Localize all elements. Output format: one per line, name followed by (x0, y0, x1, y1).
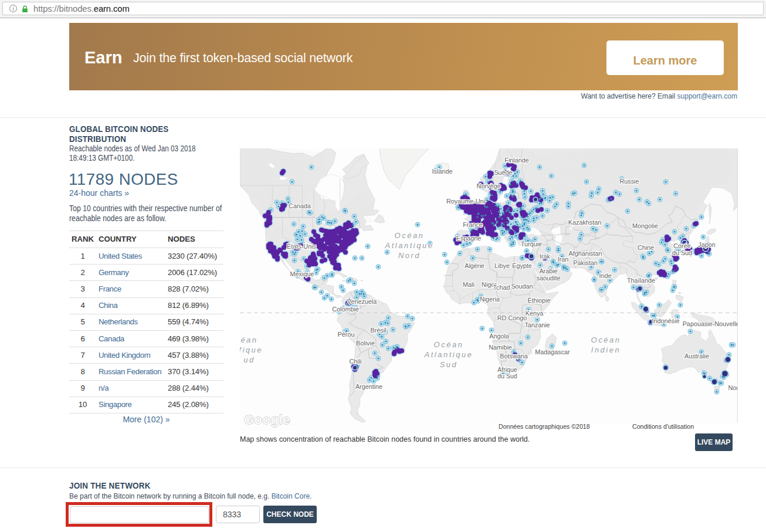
svg-text:Indonésie: Indonésie (652, 317, 680, 324)
svg-text:saoudite: saoudite (537, 275, 561, 282)
svg-text:éan: éan (240, 336, 257, 344)
svg-text:Islande: Islande (432, 168, 453, 175)
svg-text:Océan: Océan (591, 336, 621, 344)
svg-text:Angola: Angola (489, 333, 509, 340)
svg-text:Australie: Australie (684, 353, 709, 360)
svg-text:Japon: Japon (698, 241, 715, 248)
svg-text:Canada: Canada (289, 202, 311, 209)
svg-text:Sud: Sud (440, 360, 458, 369)
svg-text:Conditions d'utilisation: Conditions d'utilisation (632, 423, 694, 430)
svg-text:Océan: Océan (434, 340, 464, 349)
svg-text:Argentine: Argentine (355, 383, 382, 390)
svg-text:Indien: Indien (591, 345, 621, 354)
svg-text:Google: Google (244, 412, 290, 427)
svg-text:Égypte: Égypte (512, 262, 532, 269)
svg-text:Mexique: Mexique (290, 270, 314, 277)
svg-text:Suède: Suède (494, 169, 512, 176)
svg-text:Nigeria: Nigeria (480, 296, 500, 303)
svg-text:Mali: Mali (463, 281, 474, 288)
svg-text:Arabie: Arabie (539, 267, 557, 275)
svg-text:Turquie: Turquie (521, 240, 542, 248)
svg-text:Finlande: Finlande (504, 157, 528, 164)
svg-text:Kenya: Kenya (526, 310, 544, 317)
svg-text:Éthiopie: Éthiopie (527, 297, 550, 304)
svg-text:Mongolie: Mongolie (632, 222, 658, 229)
svg-text:Chine: Chine (638, 244, 654, 251)
svg-text:Océan: Océan (395, 231, 425, 240)
svg-text:Données cartographiques ©2018: Données cartographiques ©2018 (499, 423, 590, 430)
svg-text:Brésil: Brésil (371, 327, 387, 334)
svg-text:États-Unis: États-Unis (287, 243, 316, 250)
svg-text:Norvège: Norvège (477, 182, 501, 189)
svg-text:Irak: Irak (540, 253, 551, 260)
svg-text:Inde: Inde (599, 272, 611, 279)
svg-text:Papouasie-Nouvelle-G: Papouasie-Nouvelle-G (683, 320, 738, 327)
svg-text:Pakistan: Pakistan (573, 259, 597, 266)
svg-text:Tchad: Tchad (493, 284, 510, 291)
svg-text:Iran: Iran (558, 256, 569, 263)
svg-text:Corée: Corée (673, 242, 690, 249)
svg-text:Chili: Chili (350, 358, 362, 365)
svg-text:Libye: Libye (494, 262, 510, 269)
svg-text:RD Congo: RD Congo (497, 314, 527, 321)
svg-text:Bolivie: Bolivie (356, 340, 375, 347)
svg-text:France: France (463, 221, 483, 228)
svg-text:Colombie: Colombie (332, 306, 359, 313)
svg-text:Atlantique: Atlantique (424, 350, 473, 359)
svg-text:Nouv: Nouv (728, 384, 738, 391)
svg-text:Botswana: Botswana (500, 353, 527, 360)
svg-text:Atlantique: Atlantique (385, 241, 434, 250)
svg-text:Venezuela: Venezuela (347, 298, 377, 305)
svg-text:Pérou: Pérou (338, 331, 355, 338)
svg-text:Soudan: Soudan (511, 283, 533, 290)
svg-text:du Sud: du Sud (497, 372, 517, 379)
svg-text:Kazakhstan: Kazakhstan (568, 219, 601, 226)
svg-text:du Sud: du Sud (672, 249, 692, 256)
svg-text:Russie: Russie (619, 178, 639, 185)
svg-text:Madagascar: Madagascar (535, 348, 570, 355)
svg-text:Afghanistan: Afghanistan (568, 250, 602, 257)
svg-text:Thaïlande: Thaïlande (627, 277, 655, 284)
svg-text:ifique: ifique (240, 345, 263, 354)
svg-text:Namibie: Namibie (489, 344, 512, 351)
svg-text:Espagne: Espagne (456, 235, 482, 242)
svg-text:ud: ud (243, 355, 255, 364)
svg-text:Tanzanie: Tanzanie (524, 321, 550, 328)
svg-text:Algérie: Algérie (465, 262, 484, 269)
svg-text:Nord: Nord (398, 251, 421, 260)
svg-text:Royaume-Uni: Royaume-Uni (446, 198, 485, 205)
